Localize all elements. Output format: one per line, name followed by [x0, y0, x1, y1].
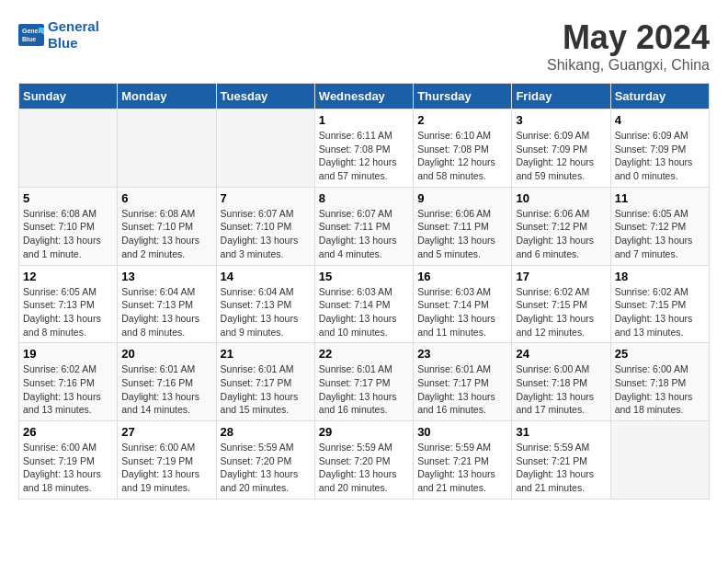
calendar-cell: 17Sunrise: 6:02 AMSunset: 7:15 PMDayligh… — [512, 265, 610, 343]
calendar-cell: 15Sunrise: 6:03 AMSunset: 7:14 PMDayligh… — [314, 265, 413, 343]
calendar-cell: 14Sunrise: 6:04 AMSunset: 7:13 PMDayligh… — [216, 265, 314, 343]
day-number: 15 — [319, 270, 409, 283]
day-info: Sunrise: 6:05 AMSunset: 7:13 PMDaylight:… — [23, 285, 113, 339]
calendar-cell: 1Sunrise: 6:11 AMSunset: 7:08 PMDaylight… — [314, 109, 413, 188]
weekday-header-friday: Friday — [512, 84, 610, 109]
day-number: 27 — [121, 425, 211, 439]
day-number: 24 — [516, 347, 606, 361]
day-info: Sunrise: 6:08 AMSunset: 7:10 PMDaylight:… — [23, 207, 113, 261]
weekday-header-wednesday: Wednesday — [314, 84, 413, 109]
day-number: 10 — [516, 191, 606, 205]
weekday-header-tuesday: Tuesday — [216, 84, 314, 109]
calendar-cell: 16Sunrise: 6:03 AMSunset: 7:14 PMDayligh… — [414, 265, 512, 343]
weekday-header-monday: Monday — [118, 84, 216, 109]
day-number: 22 — [319, 347, 409, 361]
day-number: 21 — [221, 347, 311, 361]
calendar-cell: 10Sunrise: 6:06 AMSunset: 7:12 PMDayligh… — [512, 187, 610, 265]
weekday-header-thursday: Thursday — [414, 84, 512, 109]
calendar-cell: 4Sunrise: 6:09 AMSunset: 7:09 PMDaylight… — [610, 109, 709, 188]
day-info: Sunrise: 6:02 AMSunset: 7:15 PMDaylight:… — [615, 285, 705, 339]
calendar-cell: 12Sunrise: 6:05 AMSunset: 7:13 PMDayligh… — [19, 265, 118, 343]
day-info: Sunrise: 5:59 AMSunset: 7:20 PMDaylight:… — [221, 441, 311, 495]
day-number: 18 — [615, 270, 705, 283]
calendar-cell: 26Sunrise: 6:00 AMSunset: 7:19 PMDayligh… — [19, 421, 118, 500]
day-info: Sunrise: 6:02 AMSunset: 7:15 PMDaylight:… — [516, 285, 606, 339]
day-number: 26 — [23, 425, 113, 439]
day-number: 31 — [516, 425, 606, 439]
day-number: 9 — [417, 191, 507, 205]
day-info: Sunrise: 6:00 AMSunset: 7:19 PMDaylight:… — [23, 441, 113, 495]
calendar-cell: 8Sunrise: 6:07 AMSunset: 7:11 PMDaylight… — [314, 187, 413, 265]
day-info: Sunrise: 6:00 AMSunset: 7:19 PMDaylight:… — [121, 441, 211, 495]
day-info: Sunrise: 6:01 AMSunset: 7:17 PMDaylight:… — [417, 362, 507, 417]
calendar-cell: 13Sunrise: 6:04 AMSunset: 7:13 PMDayligh… — [118, 265, 216, 343]
day-number: 2 — [417, 113, 507, 127]
day-info: Sunrise: 6:01 AMSunset: 7:16 PMDaylight:… — [121, 362, 211, 417]
day-number: 30 — [417, 425, 507, 439]
calendar-table: SundayMondayTuesdayWednesdayThursdayFrid… — [18, 83, 710, 500]
calendar-cell: 11Sunrise: 6:05 AMSunset: 7:12 PMDayligh… — [610, 187, 709, 265]
day-info: Sunrise: 6:03 AMSunset: 7:14 PMDaylight:… — [319, 285, 409, 339]
day-number: 12 — [23, 270, 113, 283]
calendar-cell — [610, 421, 709, 500]
day-info: Sunrise: 6:11 AMSunset: 7:08 PMDaylight:… — [319, 129, 409, 183]
calendar-cell: 31Sunrise: 5:59 AMSunset: 7:21 PMDayligh… — [512, 421, 610, 500]
calendar-cell: 24Sunrise: 6:00 AMSunset: 7:18 PMDayligh… — [512, 343, 610, 421]
day-number: 19 — [23, 347, 113, 361]
day-number: 29 — [319, 425, 409, 439]
calendar-cell: 5Sunrise: 6:08 AMSunset: 7:10 PMDaylight… — [19, 187, 118, 265]
day-number: 25 — [615, 347, 705, 361]
day-number: 7 — [221, 191, 311, 205]
day-info: Sunrise: 6:01 AMSunset: 7:17 PMDaylight:… — [319, 362, 409, 417]
day-number: 3 — [516, 113, 606, 127]
day-number: 1 — [319, 113, 409, 127]
title-block: May 2024 Shikang, Guangxi, China — [547, 18, 710, 74]
day-info: Sunrise: 6:05 AMSunset: 7:12 PMDaylight:… — [615, 207, 705, 261]
day-info: Sunrise: 6:06 AMSunset: 7:11 PMDaylight:… — [417, 207, 507, 261]
day-number: 8 — [319, 191, 409, 205]
day-info: Sunrise: 6:10 AMSunset: 7:08 PMDaylight:… — [417, 129, 507, 183]
calendar-cell — [216, 109, 314, 188]
subtitle: Shikang, Guangxi, China — [547, 57, 710, 74]
day-info: Sunrise: 6:00 AMSunset: 7:18 PMDaylight:… — [516, 362, 606, 417]
day-info: Sunrise: 5:59 AMSunset: 7:20 PMDaylight:… — [319, 441, 409, 495]
day-info: Sunrise: 6:04 AMSunset: 7:13 PMDaylight:… — [221, 285, 311, 339]
day-number: 23 — [417, 347, 507, 361]
calendar-cell: 22Sunrise: 6:01 AMSunset: 7:17 PMDayligh… — [314, 343, 413, 421]
main-title: May 2024 — [547, 18, 710, 57]
day-number: 20 — [121, 347, 211, 361]
calendar-cell: 7Sunrise: 6:07 AMSunset: 7:10 PMDaylight… — [216, 187, 314, 265]
day-info: Sunrise: 6:07 AMSunset: 7:10 PMDaylight:… — [221, 207, 311, 261]
calendar-cell: 20Sunrise: 6:01 AMSunset: 7:16 PMDayligh… — [118, 343, 216, 421]
day-number: 28 — [221, 425, 311, 439]
day-number: 14 — [221, 270, 311, 283]
day-number: 5 — [23, 191, 113, 205]
calendar-cell: 25Sunrise: 6:00 AMSunset: 7:18 PMDayligh… — [610, 343, 709, 421]
day-number: 13 — [121, 270, 211, 283]
day-number: 6 — [121, 191, 211, 205]
day-info: Sunrise: 6:08 AMSunset: 7:10 PMDaylight:… — [121, 207, 211, 261]
day-info: Sunrise: 6:02 AMSunset: 7:16 PMDaylight:… — [23, 362, 113, 417]
day-info: Sunrise: 6:07 AMSunset: 7:11 PMDaylight:… — [319, 207, 409, 261]
calendar-cell — [19, 109, 118, 188]
calendar-cell: 18Sunrise: 6:02 AMSunset: 7:15 PMDayligh… — [610, 265, 709, 343]
day-info: Sunrise: 6:09 AMSunset: 7:09 PMDaylight:… — [516, 129, 606, 183]
day-number: 11 — [615, 191, 705, 205]
day-number: 4 — [615, 113, 705, 127]
day-info: Sunrise: 6:00 AMSunset: 7:18 PMDaylight:… — [615, 362, 705, 417]
calendar-cell — [118, 109, 216, 188]
day-info: Sunrise: 6:06 AMSunset: 7:12 PMDaylight:… — [516, 207, 606, 261]
calendar-cell: 28Sunrise: 5:59 AMSunset: 7:20 PMDayligh… — [216, 421, 314, 500]
day-info: Sunrise: 6:09 AMSunset: 7:09 PMDaylight:… — [615, 129, 705, 183]
calendar-cell: 29Sunrise: 5:59 AMSunset: 7:20 PMDayligh… — [314, 421, 413, 500]
weekday-header-saturday: Saturday — [610, 84, 709, 109]
calendar-cell: 3Sunrise: 6:09 AMSunset: 7:09 PMDaylight… — [512, 109, 610, 188]
calendar-cell: 21Sunrise: 6:01 AMSunset: 7:17 PMDayligh… — [216, 343, 314, 421]
logo: General Blue General Blue — [18, 18, 99, 52]
calendar-cell: 30Sunrise: 5:59 AMSunset: 7:21 PMDayligh… — [414, 421, 512, 500]
calendar-cell: 27Sunrise: 6:00 AMSunset: 7:19 PMDayligh… — [118, 421, 216, 500]
day-number: 17 — [516, 270, 606, 283]
logo-line2: Blue — [48, 35, 99, 52]
day-info: Sunrise: 5:59 AMSunset: 7:21 PMDaylight:… — [417, 441, 507, 495]
day-number: 16 — [417, 270, 507, 283]
